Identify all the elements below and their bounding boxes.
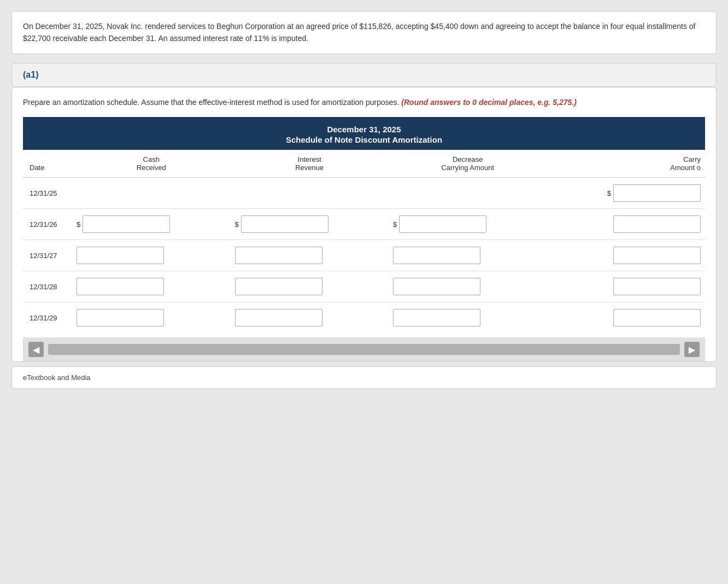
interest-revenue-input-2029[interactable] (235, 309, 322, 326)
decrease-cell (389, 240, 547, 271)
cash-cell (72, 271, 231, 302)
intro-card: On December 31, 2025, Novak Inc. rendere… (11, 11, 717, 54)
dollar-sign: $ (235, 220, 239, 229)
scroll-track[interactable] (48, 344, 680, 355)
carrying-cell (547, 302, 706, 334)
interest-revenue-input-2028[interactable] (235, 278, 322, 295)
scrollbar-row: ◀ ▶ (23, 337, 705, 361)
date-cell: 12/31/26 (23, 209, 72, 240)
scroll-right-button[interactable]: ▶ (684, 342, 700, 357)
col-header-cash: Cash Received (72, 150, 231, 178)
carrying-cell (547, 209, 706, 240)
interest-cell (231, 271, 389, 302)
carrying-amount-input-2028[interactable] (613, 278, 701, 295)
section-label: (a1) (11, 63, 717, 87)
carrying-amount-input-2026[interactable] (613, 215, 701, 233)
cash-received-input-2027[interactable] (77, 247, 164, 264)
table-header: December 31, 2025 Schedule of Note Disco… (23, 117, 705, 150)
interest-cell: $ (231, 209, 389, 240)
interest-revenue-input-2026[interactable] (241, 215, 328, 233)
dollar-sign: $ (607, 189, 611, 197)
date-cell: 12/31/29 (23, 302, 72, 334)
decrease-cell (389, 271, 547, 302)
main-card: Prepare an amortization schedule. Assume… (11, 87, 717, 362)
instruction-text: Prepare an amortization schedule. Assume… (23, 96, 705, 108)
carrying-cell (547, 271, 706, 302)
decrease-carrying-input-2028[interactable] (393, 278, 480, 295)
table-title-line2: Schedule of Note Discount Amortization (28, 135, 700, 144)
interest-cell (231, 240, 389, 271)
interest-cell (231, 178, 389, 209)
table-title-line1: December 31, 2025 (28, 125, 700, 134)
table-row: 12/31/26 $ $ (23, 209, 705, 240)
date-cell: 12/31/25 (23, 178, 72, 209)
col-header-interest: Interest Revenue (231, 150, 389, 178)
decrease-cell (389, 302, 547, 334)
intro-text: On December 31, 2025, Novak Inc. rendere… (23, 20, 705, 45)
col-header-carrying: Carry Amount o (547, 150, 706, 178)
cash-cell: $ (72, 209, 231, 240)
table-wrapper: December 31, 2025 Schedule of Note Disco… (23, 117, 705, 333)
interest-revenue-input-2027[interactable] (235, 247, 322, 264)
interest-cell (231, 302, 389, 334)
table-row: 12/31/25 $ (23, 178, 705, 209)
footer-bar: eTextbook and Media (11, 366, 717, 389)
date-cell: 12/31/27 (23, 240, 72, 271)
decrease-carrying-input-2029[interactable] (393, 309, 480, 326)
carrying-amount-input-2027[interactable] (613, 247, 701, 264)
cash-received-input-2029[interactable] (77, 309, 164, 326)
round-note: (Round answers to 0 decimal places, e.g.… (401, 98, 577, 107)
col-header-decrease: Decrease Carrying Amount (389, 150, 547, 178)
date-cell: 12/31/28 (23, 271, 72, 302)
dollar-sign: $ (393, 220, 397, 229)
table-row: 12/31/28 (23, 271, 705, 302)
carrying-amount-input-2029[interactable] (613, 309, 701, 326)
decrease-cell (389, 178, 547, 209)
decrease-carrying-input-2026[interactable] (399, 215, 486, 233)
scroll-left-button[interactable]: ◀ (28, 342, 44, 357)
cash-cell (72, 240, 231, 271)
carrying-cell (547, 240, 706, 271)
carrying-amount-input-2025[interactable] (613, 184, 701, 202)
decrease-cell: $ (389, 209, 547, 240)
col-header-date: Date (23, 150, 72, 178)
table-row: 12/31/27 (23, 240, 705, 271)
cash-received-input-2026[interactable] (83, 215, 170, 233)
cash-received-input-2028[interactable] (77, 278, 164, 295)
table-row: 12/31/29 (23, 302, 705, 334)
footer-text: eTextbook and Media (23, 373, 91, 382)
cash-cell (72, 178, 231, 209)
dollar-sign: $ (77, 220, 80, 229)
carrying-cell: $ (547, 178, 706, 209)
cash-cell (72, 302, 231, 334)
amortization-table: December 31, 2025 Schedule of Note Disco… (23, 117, 705, 333)
decrease-carrying-input-2027[interactable] (393, 247, 480, 264)
